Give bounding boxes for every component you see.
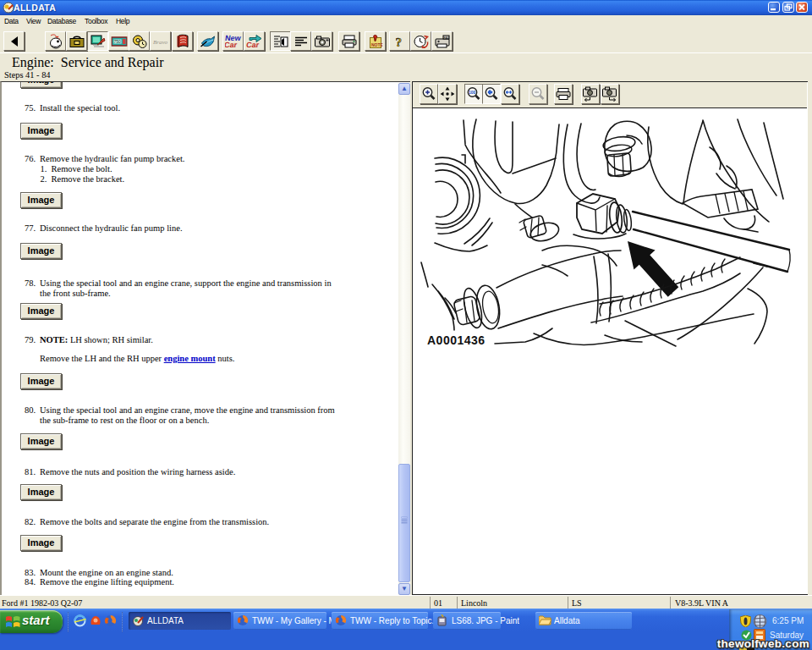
svg-text:?: ? [395, 35, 402, 48]
svg-text:NOTE: NOTE [371, 41, 383, 47]
svg-text:Car: Car [225, 41, 238, 48]
svg-text:Car: Car [246, 41, 260, 48]
svg-text:100: 100 [469, 90, 476, 95]
svg-text:FAX: FAX [443, 36, 449, 39]
svg-text:750: 750 [113, 39, 121, 44]
svg-text:Bravo: Bravo [153, 39, 168, 45]
